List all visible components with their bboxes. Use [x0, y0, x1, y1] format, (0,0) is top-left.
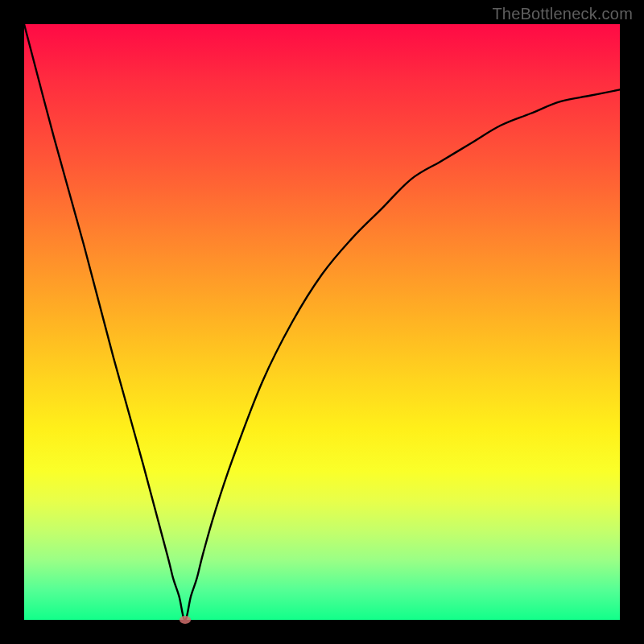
bottleneck-curve [24, 24, 620, 620]
chart-frame [24, 24, 620, 620]
minimum-marker [180, 616, 191, 624]
watermark-text: TheBottleneck.com [492, 5, 633, 23]
